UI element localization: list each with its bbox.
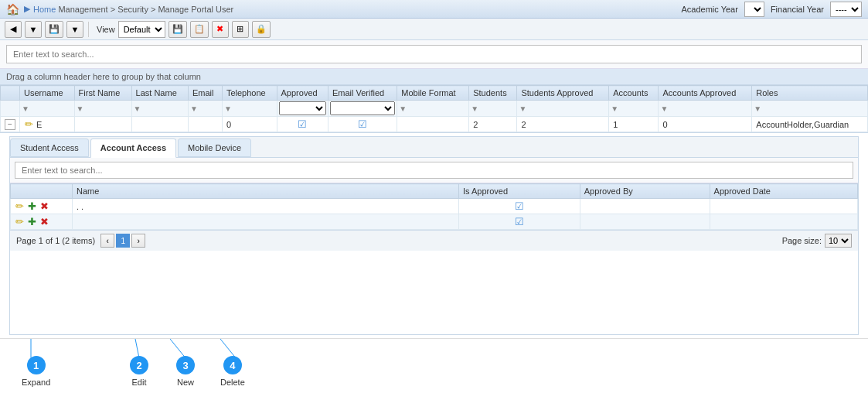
pagination-info: Page 1 of 1 (2 items) ‹ 1 › — [16, 234, 145, 248]
col-username: Username — [20, 86, 75, 101]
arrow-icon: ▶ — [24, 4, 30, 14]
toolbar-save2-button[interactable]: 💾 — [168, 21, 187, 38]
filter-accounts[interactable]: ▼ — [609, 101, 659, 117]
row-expand-cell[interactable]: − — [1, 117, 20, 132]
sub-edit-btn-2[interactable]: ✏ — [15, 216, 25, 227]
callout-circle-1: 1 — [27, 356, 46, 374]
toolbar-filter-button[interactable]: ▼ — [25, 21, 42, 38]
col-students: Students — [469, 86, 517, 101]
sub-col-actions — [11, 184, 73, 199]
group-header: Drag a column header here to group by th… — [0, 69, 868, 85]
row-approved-cell: ☑ — [277, 117, 328, 132]
sub-table-row-2: ✏ ✚ ✖ ☑ — [11, 214, 858, 230]
tab-student-access[interactable]: Student Access — [10, 138, 89, 157]
toolbar-save-button[interactable]: 💾 — [45, 21, 63, 38]
row-telephone-cell: 0 — [222, 117, 277, 132]
sub-row-approveddate-1 — [710, 199, 857, 214]
filter-studentsapproved[interactable]: ▼ — [517, 101, 609, 117]
sub-col-name: Name — [73, 184, 459, 199]
filter-students[interactable]: ▼ — [469, 101, 517, 117]
page-current: 1 — [116, 234, 130, 248]
callout-circle-4: 4 — [223, 356, 242, 374]
sub-search-input[interactable] — [15, 162, 853, 179]
academic-year-select[interactable] — [744, 2, 764, 17]
row-firstname-cell — [74, 117, 131, 132]
approved-filter-select[interactable] — [279, 101, 326, 115]
financial-year-select[interactable]: ---- — [830, 2, 862, 17]
filter-roles[interactable]: ▼ — [752, 101, 868, 117]
callout-circle-3: 3 — [176, 356, 195, 374]
expand-minus-btn[interactable]: − — [5, 119, 15, 130]
page-prev-btn[interactable]: ‹ — [100, 234, 114, 248]
sub-approved-check-1: ☑ — [515, 200, 524, 212]
sub-delete-btn-1[interactable]: ✖ — [39, 200, 49, 212]
filter-telephone[interactable]: ▼ — [222, 101, 277, 117]
filter-emailverified[interactable] — [328, 101, 397, 117]
row-username-cell: ✏ E — [20, 117, 75, 132]
filter-lastname[interactable]: ▼ — [131, 101, 188, 117]
toolbar-btn3[interactable]: 📋 — [190, 21, 209, 38]
view-label: View — [97, 25, 115, 34]
callout-label-edit: Edit — [132, 378, 147, 387]
sub-row-approvedby-2 — [580, 214, 710, 230]
sub-row-actions-1: ✏ ✚ ✖ — [11, 199, 73, 214]
filter-approved[interactable] — [277, 101, 328, 117]
top-right-controls: Academic Year Financial Year ---- — [682, 2, 863, 17]
sub-edit-btn-1[interactable]: ✏ — [15, 200, 25, 212]
filter-email[interactable]: ▼ — [188, 101, 222, 117]
row-username: E — [36, 120, 42, 129]
callout-label-delete: Delete — [220, 378, 245, 387]
row-email-cell — [188, 117, 222, 132]
sub-table-header-row: Name Is Approved Approved By Approved Da… — [11, 184, 858, 199]
page-size-select[interactable]: 10 25 50 — [825, 234, 852, 248]
row-accounts-cell: 1 — [609, 117, 659, 132]
page-next-btn[interactable]: › — [131, 234, 145, 248]
toolbar-btn4[interactable]: ✖ — [212, 21, 229, 38]
toolbar: ◀ ▼ 💾 ▼ View Default 💾 📋 ✖ ⊞ 🔒 — [0, 19, 868, 40]
sub-new-btn-2[interactable]: ✚ — [27, 216, 37, 227]
col-approved: Approved — [277, 86, 328, 101]
svg-line-1 — [135, 339, 139, 358]
col-lastname: Last Name — [131, 86, 188, 101]
col-expand — [1, 86, 20, 101]
toolbar-back-button[interactable]: ◀ — [5, 21, 22, 38]
emailverified-filter-select[interactable] — [330, 101, 395, 115]
sub-col-approveddate: Approved Date — [710, 184, 857, 199]
filter-username[interactable]: ▼ — [20, 101, 75, 117]
tab-mobile-device[interactable]: Mobile Device — [178, 138, 251, 157]
academic-year-label: Academic Year — [682, 5, 738, 14]
callout-label-new: New — [177, 378, 194, 387]
callout-delete: 4 Delete — [220, 356, 245, 387]
callout-circle-2: 2 — [130, 356, 148, 374]
sub-panel: Student Access Account Access Mobile Dev… — [9, 136, 859, 335]
svg-line-2 — [170, 339, 186, 358]
sub-delete-btn-2[interactable]: ✖ — [39, 216, 49, 227]
financial-year-label: Financial Year — [771, 5, 824, 14]
view-select[interactable]: Default — [118, 21, 165, 38]
sub-row-actions-2: ✏ ✚ ✖ — [11, 214, 73, 230]
row-studentsapproved-cell: 2 — [517, 117, 609, 132]
row-students-cell: 2 — [469, 117, 517, 132]
edit-icon[interactable]: ✏ — [24, 118, 34, 130]
sub-row-name-1: . . — [73, 199, 459, 214]
toolbar-btn6[interactable]: 🔒 — [252, 21, 271, 38]
table-row: − ✏ E 0 ☑ ☑ — [1, 117, 868, 132]
toolbar-btn5[interactable]: ⊞ — [232, 21, 249, 38]
sub-panel-wrapper: Student Access Account Access Mobile Dev… — [0, 133, 868, 338]
toolbar-dropdown-button[interactable]: ▼ — [66, 21, 83, 38]
main-table: Username First Name Last Name Email Tele… — [0, 85, 868, 132]
filter-firstname[interactable]: ▼ — [74, 101, 131, 117]
main-table-filter-row: ▼ ▼ ▼ ▼ ▼ ▼ ▼ ▼ ▼ ▼ ▼ — [1, 101, 868, 117]
row-roles-cell: AccountHolder,Guardian — [752, 117, 868, 132]
filter-accountsapproved[interactable]: ▼ — [659, 101, 752, 117]
view-select-wrap: Default — [118, 21, 165, 38]
sub-new-btn-1[interactable]: ✚ — [27, 200, 37, 212]
search-input[interactable] — [6, 45, 862, 63]
tab-account-access[interactable]: Account Access — [90, 138, 176, 158]
sub-pagination: Page 1 of 1 (2 items) ‹ 1 › Page size: 1… — [10, 230, 858, 251]
filter-mobileformat[interactable]: ▼ — [397, 101, 469, 117]
callout-edit: 2 Edit — [130, 356, 148, 387]
col-emailverified: Email Verified — [328, 86, 397, 101]
sub-tabs: Student Access Account Access Mobile Dev… — [10, 137, 858, 158]
row-mobileformat-cell — [397, 117, 469, 132]
